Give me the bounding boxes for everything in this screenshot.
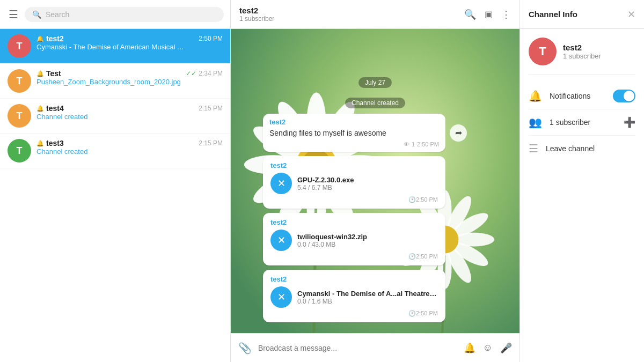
file-body: ✕ twilioquest-win32.zip 0.0 / 43.0 MB (270, 230, 438, 251)
chat-background: July 27 Channel created test2 Sending fi… (231, 29, 519, 333)
chat-header-row: 🔔 test2 2:50 PM (36, 34, 223, 43)
sidebar-header: ☰ 🔍 Search (0, 0, 230, 29)
chat-item[interactable]: T 🔔 test2 2:50 PM Cymanski - The Demise … (0, 29, 230, 64)
message-time: 1 (412, 141, 415, 147)
chat-preview: Cymanski - The Demise of American Musica… (36, 43, 187, 51)
close-icon[interactable]: ✕ (627, 9, 635, 20)
file-message: test2 ✕ GPU-Z.2.30.0.exe 5.4 / 6.7 MB 🕑 … (263, 156, 445, 209)
channel-subscriber-count: 1 subscriber (563, 52, 601, 60)
file-sender: test2 (270, 161, 438, 169)
notifications-toggle[interactable] (613, 90, 635, 102)
search-icon[interactable]: 🔍 (464, 9, 476, 20)
file-time-value: 2:50 PM (416, 310, 438, 317)
forward-button[interactable]: ➦ (450, 124, 467, 142)
channel-icon: 🔔 (36, 35, 44, 42)
message-text: Sending files to myself is awesome (269, 128, 439, 139)
subscribers-label: 1 subscriber (550, 118, 590, 127)
chat-time: 2:34 PM (199, 70, 223, 77)
notifications-left: 🔔 Notifications (529, 90, 590, 102)
file-time: 🕑 (408, 253, 416, 260)
message-footer: 👁 1 2:50 PM (269, 141, 439, 147)
file-body: ✕ GPU-Z.2.30.0.exe 5.4 / 6.7 MB (270, 173, 438, 194)
avatar: T (8, 34, 31, 58)
chat-name: 🔔 test2 (36, 34, 64, 43)
emoji-icon[interactable]: ☺ (483, 342, 493, 353)
search-bar[interactable]: 🔍 Search (25, 7, 224, 22)
chat-content: 🔔 Test ✓✓ 2:34 PM Pusheen_Zoom_Backgroun… (36, 69, 223, 86)
chat-name: 🔔 test4 (36, 104, 64, 113)
chat-header-row: 🔔 Test ✓✓ 2:34 PM (36, 69, 223, 78)
chat-preview: Channel created (36, 147, 187, 156)
microphone-icon[interactable]: 🎤 (500, 342, 512, 354)
subscribers-left: 👥 1 subscriber (529, 116, 590, 129)
right-panel: Channel Info ✕ T test2 1 subscriber 🔔 No… (519, 0, 644, 362)
file-time: 🕑 (408, 196, 416, 203)
chat-subtitle: 1 subscriber (239, 15, 458, 23)
chat-time: 2:15 PM (199, 105, 223, 112)
chat-main: test2 1 subscriber 🔍 ▣ ⋮ (231, 0, 519, 362)
chat-topbar: test2 1 subscriber 🔍 ▣ ⋮ (231, 0, 519, 29)
file-info: GPU-Z.2.30.0.exe 5.4 / 6.7 MB (297, 176, 438, 191)
message-time-value: 2:50 PM (417, 141, 439, 147)
channel-icon: 🔔 (36, 105, 44, 112)
message-input[interactable] (258, 344, 457, 352)
notifications-row: 🔔 Notifications (529, 83, 635, 109)
file-name: twilioquest-win32.zip (297, 233, 438, 241)
file-download-icon[interactable]: ✕ (270, 173, 292, 194)
file-size: 5.4 / 6.7 MB (297, 184, 438, 191)
sidebar: ☰ 🔍 Search T 🔔 test2 2:50 PM Cymanski - … (0, 0, 231, 362)
file-download-icon[interactable]: ✕ (270, 230, 292, 251)
chat-input-bar: 📎 🔔 ☺ 🎤 (231, 333, 519, 362)
file-sender: test2 (270, 218, 438, 226)
chat-title: test2 (239, 6, 458, 15)
chat-preview: Pusheen_Zoom_Backgrounds_room_2020.jpg (36, 78, 187, 86)
chat-item[interactable]: T 🔔 Test ✓✓ 2:34 PM Pusheen_Zoom_Backgro… (0, 64, 230, 99)
channel-icon: 🔔 (36, 140, 44, 147)
topbar-icons: 🔍 ▣ ⋮ (464, 9, 511, 20)
notification-bell-icon[interactable]: 🔔 (464, 342, 475, 354)
people-icon: 👥 (529, 116, 542, 129)
chat-title-area: test2 1 subscriber (239, 6, 458, 23)
avatar: T (8, 104, 31, 128)
chat-item[interactable]: T 🔔 test3 2:15 PM Channel created (0, 134, 230, 168)
chat-time: 2:50 PM (199, 35, 223, 42)
chat-time: 2:15 PM (199, 139, 223, 147)
menu-icon[interactable]: ☰ (6, 6, 20, 23)
file-name: GPU-Z.2.30.0.exe (297, 176, 438, 184)
more-icon[interactable]: ⋮ (501, 9, 511, 20)
file-footer: 🕑 2:50 PM (270, 253, 438, 260)
layout-icon[interactable]: ▣ (485, 9, 493, 19)
chat-header-row: 🔔 test3 2:15 PM (36, 139, 223, 147)
chat-preview: Channel created (36, 113, 187, 121)
channel-icon: 🔔 (36, 70, 44, 77)
chat-item[interactable]: T 🔔 test4 2:15 PM Channel created (0, 99, 230, 134)
add-subscriber-icon[interactable]: ➕ (624, 116, 635, 128)
panel-title: Channel Info (529, 10, 577, 19)
leave-channel-row[interactable]: ☰ Leave channel (529, 136, 635, 161)
channel-avatar-row: T test2 1 subscriber (529, 38, 635, 75)
file-download-icon[interactable]: ✕ (270, 286, 292, 308)
channel-avatar: T (529, 38, 557, 65)
file-time-value: 2:50 PM (416, 253, 438, 260)
input-right-icons: 🔔 ☺ 🎤 (464, 342, 512, 354)
file-message: test2 ✕ Cymanski - The Demise of A...al … (263, 270, 445, 322)
file-info: Cymanski - The Demise of A...al Theatre … (297, 290, 438, 305)
file-sender: test2 (270, 275, 438, 283)
bell-icon: 🔔 (529, 90, 542, 102)
avatar: T (8, 139, 31, 162)
file-time: 🕑 (408, 310, 416, 317)
attach-icon[interactable]: 📎 (238, 342, 252, 354)
check-icon: ✓✓ (186, 70, 196, 77)
file-footer: 🕑 2:50 PM (270, 196, 438, 203)
file-size: 0.0 / 1.6 MB (297, 298, 438, 305)
date-badge: July 27 (263, 77, 487, 87)
avatar: T (8, 69, 31, 93)
toggle-dot (624, 91, 634, 101)
right-panel-header: Channel Info ✕ (520, 0, 644, 29)
search-placeholder: Search (46, 10, 69, 19)
chat-content: 🔔 test3 2:15 PM Channel created (36, 139, 223, 156)
file-info: twilioquest-win32.zip 0.0 / 43.0 MB (297, 233, 438, 248)
channel-name: test2 (563, 43, 601, 52)
search-icon: 🔍 (32, 10, 41, 19)
chat-content: 🔔 test4 2:15 PM Channel created (36, 104, 223, 121)
